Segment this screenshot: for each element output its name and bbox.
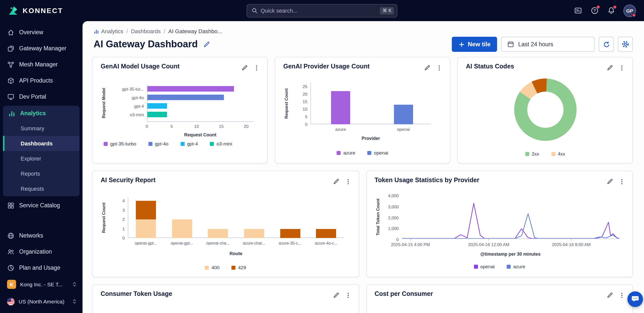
legend-label: 2xx [532, 151, 539, 156]
sidebar-item-summary[interactable]: Summary [3, 121, 79, 136]
chart-genai-provider-usage: Request Count0510152025azureopenaiProvid… [283, 77, 442, 160]
sidebar-item-api-products[interactable]: API Products [0, 72, 83, 89]
legend-swatch [474, 264, 478, 268]
sidebar-item-reports[interactable]: Reports [3, 166, 79, 181]
legend-swatch [525, 152, 529, 156]
sidebar-item-service-catalog[interactable]: Service Catalog [0, 197, 83, 213]
stacked-bar-400 [208, 229, 228, 238]
edit-tile-icon[interactable] [239, 63, 250, 73]
help-icon[interactable]: ? [590, 6, 599, 15]
breadcrumb-analytics[interactable]: Analytics [94, 28, 123, 34]
legend-swatch [367, 151, 371, 155]
docs-icon[interactable] [574, 6, 583, 15]
sidebar-item-label: Service Catalog [19, 202, 60, 208]
edit-title-icon[interactable] [203, 41, 210, 48]
legend-item[interactable]: o3-mini [210, 141, 232, 146]
edit-tile-icon[interactable] [330, 290, 341, 300]
y-tick-label: 5 [296, 115, 307, 120]
svg-text:?: ? [593, 9, 596, 13]
user-avatar[interactable]: GP [623, 4, 636, 17]
kong-konnect-logo[interactable]: KONNECT [7, 5, 88, 17]
sidebar-item-plan-and-usage[interactable]: Plan and Usage [0, 260, 83, 276]
bar-gpt-35-turbo [147, 86, 234, 92]
edit-tile-icon[interactable] [604, 177, 615, 187]
org-switcher[interactable]: K Kong Inc. - SE T... [0, 276, 83, 293]
tile-header: AI Status Codes [458, 57, 632, 73]
x-axis-title: Route [128, 252, 344, 256]
x-axis-title: Provider [310, 136, 431, 141]
new-tile-button[interactable]: New tile [452, 37, 497, 52]
legend-label: gpt-35-turbo [110, 141, 136, 146]
search-bar[interactable]: ⌘ K [247, 4, 397, 17]
tile-menu-kebab-icon[interactable] [342, 290, 353, 300]
legend-item[interactable]: 4xx [551, 151, 565, 156]
plan-usage-icon [7, 264, 15, 271]
dev-portal-icon [7, 93, 15, 100]
search-input[interactable] [261, 8, 377, 14]
tile-menu-kebab-icon[interactable] [342, 177, 353, 187]
legend-item[interactable]: gpt-4o [148, 141, 169, 146]
refresh-button[interactable] [599, 37, 614, 52]
stacked-bar-400 [244, 229, 264, 238]
chart-ai-status-codes: 2xx4xx [466, 77, 624, 160]
sidebar-item-organization[interactable]: Organization [0, 244, 83, 260]
sidebar-item-gateway-manager[interactable]: Gateway Manager [0, 40, 83, 56]
legend-item[interactable]: 2xx [525, 151, 539, 156]
sidebar-item-dashboards[interactable]: Dashboards [3, 136, 79, 151]
legend-item[interactable]: 400 [205, 265, 220, 270]
settings-button[interactable] [618, 37, 633, 52]
plot-area [310, 83, 431, 124]
sidebar-item-requests[interactable]: Requests [3, 181, 79, 196]
tile-actions [422, 63, 445, 73]
legend: azureopenai [283, 150, 442, 155]
legend-label: 4xx [558, 151, 565, 156]
gateway-icon [7, 45, 15, 52]
breadcrumb-dashboards[interactable]: Dashboards [131, 28, 161, 34]
bar-openai [394, 105, 413, 124]
legend-item[interactable]: gpt-35-turbo [104, 141, 136, 146]
legend-item[interactable]: openai [474, 264, 495, 269]
edit-tile-icon[interactable] [604, 290, 615, 300]
chart-genai-model-usage: Request Modelgpt-35-tur...gpt-4ogpt-4o3-… [101, 77, 259, 160]
edit-tile-icon[interactable] [604, 63, 615, 73]
tile-menu-kebab-icon[interactable] [616, 177, 627, 187]
edit-tile-icon[interactable] [422, 63, 433, 73]
tile-menu-kebab-icon[interactable] [616, 63, 627, 73]
sidebar-item-analytics[interactable]: Analytics [3, 106, 79, 121]
edit-tile-icon[interactable] [330, 177, 341, 187]
category-label: openai [388, 127, 419, 132]
chat-widget-button[interactable] [627, 291, 643, 307]
y-tick-label: 20 [296, 92, 307, 97]
sidebar-item-label: Dev Portal [19, 94, 46, 100]
region-switcher[interactable]: US (North America) [0, 293, 83, 310]
sidebar-item-label: API Products [19, 77, 53, 84]
stacked-bar-429 [280, 229, 300, 238]
tile-menu-kebab-icon[interactable] [434, 63, 445, 73]
legend-item[interactable]: 429 [232, 265, 246, 270]
sidebar-item-dev-portal[interactable]: Dev Portal [0, 89, 83, 105]
time-range-selector[interactable]: Last 24 hours [501, 37, 595, 52]
legend-item[interactable]: openai [367, 150, 388, 155]
x-tick-label: 2025-04-16 12:00 AM [461, 243, 516, 247]
legend-swatch [232, 265, 236, 269]
legend-item[interactable]: azure [507, 264, 525, 269]
x-axis-title: @timestamp per 30 minutes [402, 252, 619, 257]
sidebar-item-networks[interactable]: Networks [0, 227, 83, 244]
chevron-updown-icon [71, 298, 77, 304]
legend-item[interactable]: azure [337, 150, 355, 155]
tile-title: GenAI Provider Usage Count [283, 63, 370, 70]
legend-swatch [180, 142, 184, 146]
sidebar-item-explorer[interactable]: Explorer [3, 151, 79, 166]
y-tick-label: 4 [115, 199, 125, 204]
tile-menu-kebab-icon[interactable] [616, 290, 627, 300]
tile-menu-kebab-icon[interactable] [251, 63, 262, 73]
legend: openaiazure [375, 264, 624, 269]
sidebar-item-overview[interactable]: Overview [0, 24, 83, 40]
notifications-icon[interactable] [607, 6, 616, 15]
gear-icon [621, 40, 629, 48]
legend-item[interactable]: gpt-4 [180, 141, 198, 146]
sidebar-item-mesh-manager[interactable]: Mesh Manager [0, 56, 83, 72]
time-range-label: Last 24 hours [518, 41, 553, 47]
legend-label: azure [513, 264, 525, 269]
plot-area [128, 197, 344, 238]
